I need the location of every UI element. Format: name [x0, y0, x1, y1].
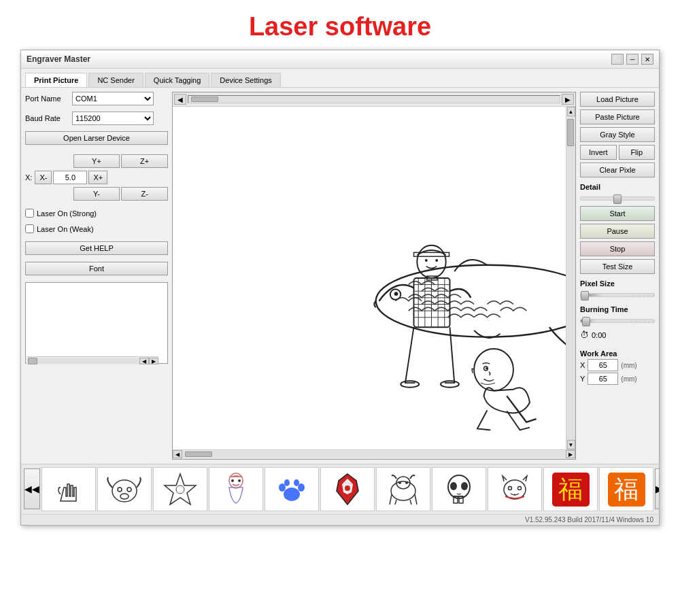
x-plus-button[interactable]: X+	[88, 171, 107, 184]
x-value-input[interactable]	[53, 171, 87, 184]
invert-button[interactable]: Invert	[580, 145, 617, 160]
tab-quick-tagging[interactable]: Quick Tagging	[145, 73, 210, 87]
hscroll-right[interactable]: ▶	[566, 450, 575, 458]
work-area-x-input[interactable]	[588, 359, 618, 371]
tab-device-settings[interactable]: Device Settings	[211, 73, 280, 87]
svg-point-63	[517, 486, 521, 490]
z-minus-button[interactable]: Z-	[121, 187, 168, 201]
work-area-y-row: Y (mm)	[580, 373, 655, 385]
x-minus-button[interactable]: X-	[35, 171, 52, 184]
clear-pixle-button[interactable]: Clear Pixle	[580, 162, 655, 177]
work-area-y-input[interactable]	[588, 373, 618, 385]
close-button[interactable]: ✕	[641, 54, 653, 65]
hscroll-thumb	[185, 451, 212, 457]
detail-slider-thumb[interactable]	[613, 194, 622, 204]
laser-strong-row: Laser On (Strong)	[25, 209, 168, 218]
tab-nc-sender[interactable]: NC Sender	[88, 73, 143, 87]
canvas-vscroll[interactable]: ▲ ▼	[566, 107, 575, 449]
burning-time-thumb[interactable]	[582, 317, 590, 326]
svg-marker-37	[165, 474, 196, 504]
thumb-anime-girl-icon	[214, 470, 258, 508]
window-titlebar: Engraver Master ⬜ ─ ✕	[21, 50, 659, 69]
svg-point-40	[231, 479, 234, 482]
svg-point-43	[279, 483, 286, 492]
burning-time-slider[interactable]: · · · · · ·	[580, 319, 655, 323]
thumb-skull-icon	[437, 470, 481, 508]
gray-style-button[interactable]: Gray Style	[580, 127, 655, 142]
work-area-x-row: X (mm)	[580, 359, 655, 371]
thumbnail-2[interactable]	[97, 467, 152, 511]
thumb-next-button[interactable]: ▶▶	[655, 468, 659, 509]
scroll-right-icon[interactable]: ▶	[149, 358, 158, 364]
canvas-scroll-right[interactable]: ▶	[562, 94, 574, 105]
burning-dots: · · · · · ·	[632, 318, 654, 324]
thumbnail-7[interactable]	[376, 467, 430, 511]
window-title: Engraver Master	[27, 54, 90, 64]
stop-button[interactable]: Stop	[580, 241, 655, 256]
thumbnail-1[interactable]	[41, 467, 96, 511]
laser-weak-label: Laser On (Weak)	[37, 225, 94, 233]
thumb-fu-red-icon: 福	[549, 470, 593, 508]
svg-text:福: 福	[558, 476, 583, 503]
svg-text:福: 福	[614, 476, 639, 503]
pixel-size-thumb[interactable]	[581, 291, 589, 301]
pause-button[interactable]: Pause	[580, 224, 655, 239]
canvas-hscroll-track[interactable]	[188, 95, 560, 103]
hscroll-left[interactable]: ◀	[173, 450, 182, 458]
vscroll-track	[566, 116, 575, 440]
flip-button[interactable]: Flip	[619, 145, 656, 160]
thumbnail-9[interactable]	[488, 467, 542, 511]
get-help-button[interactable]: Get HELP	[25, 241, 168, 255]
window-controls: ⬜ ─ ✕	[611, 54, 653, 65]
font-button[interactable]: Font	[25, 262, 168, 275]
restore-button[interactable]: ⬜	[611, 54, 624, 65]
thumb-prev-button[interactable]: ◀◀	[24, 468, 40, 509]
thumbnail-4[interactable]	[209, 467, 263, 511]
svg-point-34	[118, 487, 122, 492]
thumb-bull-icon	[103, 470, 147, 508]
vscroll-up[interactable]: ▲	[567, 107, 575, 116]
thumbnail-3[interactable]	[153, 467, 207, 511]
text-input[interactable]	[25, 282, 168, 364]
svg-point-25	[486, 367, 488, 369]
pixel-size-slider[interactable]: · · · · ·	[580, 293, 655, 297]
laser-strong-checkbox[interactable]	[25, 209, 34, 218]
canvas-hscroll-thumb	[191, 97, 218, 102]
tab-print-picture[interactable]: Print Picture	[25, 73, 87, 87]
thumbnail-bar: ◀◀	[21, 464, 659, 514]
text-area-hscroll[interactable]: ◀ ▶	[27, 356, 158, 364]
hscroll-track	[182, 451, 566, 458]
thumb-paw-icon	[270, 470, 314, 508]
canvas-scroll-left[interactable]: ◀	[174, 94, 186, 105]
main-content: Port Name COM1 Baud Rate 115200 Open Lar…	[21, 88, 659, 464]
thumbnail-5[interactable]	[265, 467, 319, 511]
y-minus-button[interactable]: Y-	[73, 187, 120, 201]
laser-weak-checkbox[interactable]	[25, 224, 34, 233]
port-name-select[interactable]: COM1	[72, 92, 154, 105]
thumbnail-10[interactable]: 福	[543, 467, 598, 511]
y-plus-button[interactable]: Y+	[73, 154, 120, 168]
laser-weak-row: Laser On (Weak)	[25, 224, 168, 233]
vscroll-down[interactable]: ▼	[567, 440, 575, 449]
open-device-button[interactable]: Open Larser Device	[25, 131, 168, 145]
svg-point-41	[238, 479, 241, 482]
work-area-x-unit: (mm)	[621, 362, 636, 369]
thumbnail-6[interactable]	[320, 467, 375, 511]
timer-row: ⏱ 0:00	[580, 330, 655, 340]
detail-slider[interactable]	[580, 196, 655, 201]
scroll-left-icon[interactable]: ◀	[139, 358, 149, 364]
thumbnail-11[interactable]: 福	[599, 467, 653, 511]
start-button[interactable]: Start	[580, 206, 655, 221]
test-size-button[interactable]: Test Size	[580, 259, 655, 274]
minimize-button[interactable]: ─	[626, 54, 639, 65]
paste-picture-button[interactable]: Paste Picture	[580, 109, 655, 124]
thumbnail-8[interactable]	[432, 467, 486, 511]
load-picture-button[interactable]: Load Picture	[580, 92, 655, 107]
move-controls: Y+ Z+	[25, 154, 168, 168]
svg-point-38	[176, 485, 184, 494]
baud-rate-select[interactable]: 115200	[72, 112, 154, 125]
svg-point-53	[398, 481, 401, 484]
port-name-label: Port Name	[25, 95, 69, 103]
z-plus-button[interactable]: Z+	[121, 154, 168, 168]
work-area-y-unit: (mm)	[621, 375, 636, 383]
